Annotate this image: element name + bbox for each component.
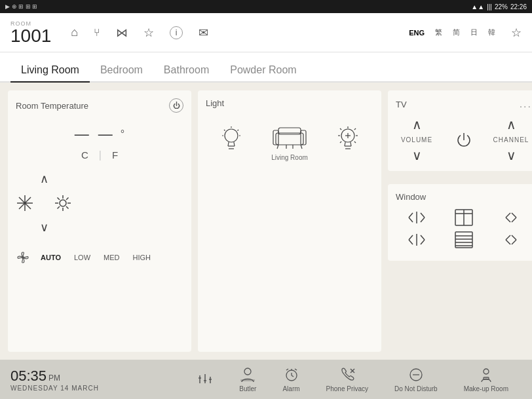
light-panel-header: Light — [206, 98, 373, 108]
temperature-panel: Room Temperature ⏻ — — ° C | F ∧ — [8, 90, 191, 352]
svg-line-84 — [292, 375, 294, 377]
svg-line-16 — [228, 142, 229, 146]
blind-close-btn[interactable] — [490, 233, 532, 247]
lang-jp[interactable]: 日 — [468, 26, 480, 39]
light-item-dim[interactable] — [219, 125, 243, 158]
svg-line-23 — [238, 130, 239, 131]
svg-line-29 — [277, 145, 278, 149]
clock: 22:26 — [510, 3, 527, 10]
celsius-btn[interactable]: C — [81, 149, 88, 161]
bowtie-icon[interactable]: ⋈ — [116, 26, 128, 40]
alarm-icon — [283, 366, 300, 383]
tv-panel: TV ... ∧ VOLUME ∨ — [388, 90, 532, 171]
star-outline-icon[interactable]: ☆ — [143, 26, 154, 40]
blind-panel-btn[interactable] — [443, 231, 485, 249]
svg-point-15 — [225, 129, 238, 142]
svg-line-35 — [351, 142, 351, 146]
temp-value: — — — [75, 126, 115, 143]
volume-up-btn[interactable]: ∧ — [412, 117, 422, 132]
dnd-label: Do Not Disturb — [394, 385, 438, 392]
fan-med-btn[interactable]: MED — [101, 252, 122, 263]
restaurant-icon[interactable]: ⑂ — [94, 27, 100, 39]
bottom-bar: 05:35PM WEDNESDAY 14 MARCH Butler — [0, 360, 532, 399]
light-panel: Light — [198, 90, 381, 352]
light-item-bright[interactable] — [336, 125, 360, 158]
svg-rect-81 — [240, 379, 255, 381]
svg-line-57 — [506, 218, 510, 222]
svg-rect-25 — [276, 133, 303, 145]
lang-simp[interactable]: 简 — [450, 26, 463, 39]
date-display: WEDNESDAY 14 MARCH — [10, 385, 99, 392]
tab-bathroom[interactable]: Bathroom — [153, 59, 219, 83]
battery-level: 22% — [495, 3, 508, 10]
dnd-icon — [408, 366, 425, 383]
blind-open-btn[interactable] — [396, 233, 438, 247]
lang-trad[interactable]: 繁 — [432, 26, 445, 39]
tv-menu-icon[interactable]: ... — [520, 98, 532, 110]
equalizer-icon[interactable] — [197, 371, 213, 387]
tv-power-col — [443, 131, 485, 149]
svg-point-14 — [22, 256, 24, 259]
channel-down-btn[interactable]: ∨ — [506, 147, 516, 163]
lang-selector: ENG 繁 简 日 韓 ☆ — [406, 26, 522, 40]
cool-icon[interactable] — [16, 194, 34, 212]
channel-up-btn[interactable]: ∧ — [506, 117, 516, 132]
svg-line-86 — [295, 369, 297, 370]
svg-line-49 — [409, 218, 413, 222]
makeup-room-label: Make-up Room — [464, 385, 508, 392]
nav-icons: ⌂ ⑂ ⋈ ☆ i ✉ — [71, 26, 406, 40]
svg-line-85 — [286, 369, 288, 370]
status-right: ▲▲ ||| 22% 22:26 — [471, 3, 527, 10]
tab-powder-room[interactable]: Powder Room — [219, 59, 307, 83]
heat-icon[interactable] — [54, 194, 72, 212]
volume-down-btn[interactable]: ∨ — [412, 147, 422, 163]
home-icon[interactable]: ⌂ — [71, 26, 78, 39]
butler-nav[interactable]: Butler — [226, 364, 269, 395]
tv-power-btn[interactable] — [455, 131, 473, 149]
window-panel-title: Window — [396, 192, 426, 202]
header-star-icon[interactable]: ☆ — [511, 26, 522, 40]
do-not-disturb-nav[interactable]: Do Not Disturb — [381, 364, 451, 395]
svg-line-45 — [340, 141, 341, 142]
temp-power-icon[interactable]: ⏻ — [169, 98, 183, 113]
lang-eng[interactable]: ENG — [406, 28, 427, 38]
alarm-nav[interactable]: Alarm — [269, 364, 313, 395]
main-content: Room Temperature ⏻ — — ° C | F ∧ — [0, 83, 532, 360]
curtain-panel-btn[interactable] — [443, 208, 485, 227]
phone-privacy-icon — [339, 366, 356, 383]
curtain-close-btn[interactable] — [490, 210, 532, 225]
mail-icon[interactable]: ✉ — [199, 26, 208, 40]
light-item-sofa[interactable]: Living Room — [271, 121, 308, 161]
temp-panel-title: Room Temperature — [16, 101, 88, 111]
fahrenheit-btn[interactable]: F — [112, 149, 118, 161]
svg-line-70 — [506, 235, 510, 240]
lang-kr[interactable]: 韓 — [485, 26, 498, 39]
svg-point-80 — [244, 368, 251, 375]
svg-point-92 — [484, 369, 489, 374]
info-icon[interactable]: i — [170, 26, 183, 39]
fan-auto-btn[interactable]: AUTO — [38, 252, 64, 263]
temp-down-btn[interactable]: ∨ — [40, 220, 48, 235]
temp-controls: ∧ — [16, 172, 183, 235]
tab-bedroom[interactable]: Bedroom — [90, 59, 153, 83]
makeup-room-nav[interactable]: Make-up Room — [451, 364, 522, 395]
fan-low-btn[interactable]: LOW — [71, 252, 93, 263]
tv-panel-header: TV ... — [396, 98, 532, 110]
temp-up-btn[interactable]: ∧ — [40, 172, 48, 186]
phone-privacy-nav[interactable]: Phone Privacy — [313, 364, 381, 395]
time-section: 05:35PM WEDNESDAY 14 MARCH — [10, 368, 99, 392]
light-panel-title: Light — [206, 98, 224, 108]
svg-line-46 — [354, 141, 355, 142]
svg-line-48 — [409, 213, 413, 218]
svg-line-30 — [301, 145, 302, 149]
phone-privacy-label: Phone Privacy — [326, 385, 368, 392]
curtain-open-btn[interactable] — [396, 210, 438, 225]
svg-line-51 — [421, 218, 425, 222]
fan-high-btn[interactable]: HIGH — [130, 252, 153, 263]
svg-point-4 — [24, 202, 26, 204]
svg-line-10 — [58, 198, 60, 200]
butler-label: Butler — [239, 385, 256, 392]
tab-living-room[interactable]: Living Room — [10, 59, 90, 83]
svg-line-56 — [506, 213, 510, 218]
svg-line-42 — [340, 128, 341, 130]
